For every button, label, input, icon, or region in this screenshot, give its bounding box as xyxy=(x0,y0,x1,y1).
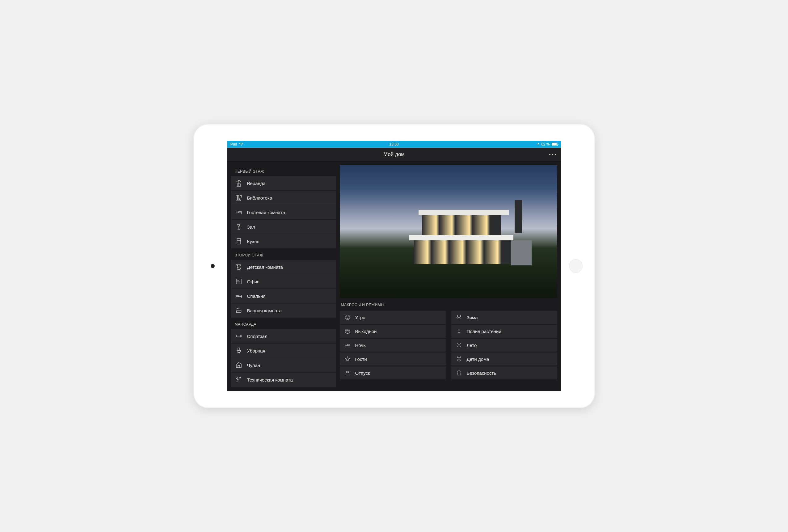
svg-point-12 xyxy=(345,315,350,320)
tools-icon xyxy=(235,376,243,384)
svg-point-19 xyxy=(456,317,457,318)
room-kitchen[interactable]: Кухня xyxy=(231,234,336,249)
macro-label: Полив растений xyxy=(467,329,501,334)
svg-rect-16 xyxy=(346,373,349,375)
nav-bar: Мой дом xyxy=(228,148,561,161)
macro-label: Ночь xyxy=(355,342,366,348)
toilet-icon xyxy=(235,347,243,355)
smile-icon xyxy=(344,314,351,321)
room-kids[interactable]: Детская комната xyxy=(231,260,336,274)
bed-icon xyxy=(344,342,351,349)
macro-watering[interactable]: Полив растений xyxy=(451,325,557,338)
device-home-button[interactable] xyxy=(569,259,583,273)
teddy-icon xyxy=(235,263,243,271)
room-label: Офис xyxy=(247,279,259,284)
status-bar: iPad 13:58 82 % xyxy=(228,141,561,148)
macro-label: Лето xyxy=(467,342,477,348)
svg-point-0 xyxy=(241,145,241,146)
macro-label: Выходной xyxy=(355,329,377,334)
room-label: Техническая комната xyxy=(247,377,293,382)
room-tech[interactable]: Техническая комната xyxy=(231,373,336,387)
room-hall[interactable]: Зал xyxy=(231,220,336,234)
lock-icon xyxy=(344,370,351,376)
bed-icon xyxy=(235,208,243,216)
svg-point-20 xyxy=(458,344,460,346)
section-header-floor2: ВТОРОЙ ЭТАЖ xyxy=(231,249,336,260)
svg-rect-5 xyxy=(238,195,239,200)
svg-rect-4 xyxy=(236,195,237,200)
room-gym[interactable]: Спортзал xyxy=(231,329,336,343)
svg-point-17 xyxy=(457,315,457,316)
macro-summer[interactable]: Лето xyxy=(451,339,557,352)
books-icon xyxy=(235,194,243,202)
room-toilet[interactable]: Уборная xyxy=(231,343,336,358)
svg-point-9 xyxy=(240,264,241,265)
svg-rect-2 xyxy=(552,143,557,145)
svg-point-14 xyxy=(348,317,349,317)
storage-icon xyxy=(235,361,243,369)
status-time: 13:58 xyxy=(389,142,398,146)
macro-label: Зима xyxy=(467,315,478,320)
star-icon xyxy=(344,356,351,362)
macro-night[interactable]: Ночь xyxy=(340,339,446,352)
room-bathroom[interactable]: Ванная комната xyxy=(231,303,336,318)
svg-point-13 xyxy=(347,317,347,317)
battery-icon xyxy=(552,143,558,146)
macro-label: Утро xyxy=(355,315,366,320)
rooms-sidebar: ПЕРВЫЙ ЭТАЖ Веранда Библиотека Гостевая … xyxy=(231,165,336,388)
macros-grid: Утро Выходной Ночь Гости xyxy=(340,311,557,380)
section-header-attic: МАНСАРДА xyxy=(231,318,336,329)
macro-label: Дети дома xyxy=(467,356,489,362)
dumbbell-icon xyxy=(235,332,243,340)
room-label: Кухня xyxy=(247,239,259,244)
svg-point-22 xyxy=(457,357,458,358)
svg-rect-6 xyxy=(237,238,241,244)
section-header-floor1: ПЕРВЫЙ ЭТАЖ xyxy=(231,165,336,176)
room-label: Веранда xyxy=(247,181,265,186)
macro-label: Отпуск xyxy=(355,370,370,376)
room-label: Зал xyxy=(247,224,255,230)
room-bedroom[interactable]: Спальня xyxy=(231,289,336,303)
location-icon xyxy=(536,143,539,146)
room-label: Библиотека xyxy=(247,195,273,200)
newspaper-icon xyxy=(235,277,243,285)
snow-icon xyxy=(456,314,462,321)
content-area: ПЕРВЫЙ ЭТАЖ Веранда Библиотека Гостевая … xyxy=(228,161,561,391)
macro-security[interactable]: Безопасность xyxy=(451,367,557,380)
room-storage[interactable]: Чулан xyxy=(231,358,336,373)
room-label: Уборная xyxy=(247,348,265,353)
room-guest[interactable]: Гостевая комната xyxy=(231,205,336,220)
more-button[interactable] xyxy=(549,154,556,155)
main-panel: МАКРОСЫ И РЕЖИМЫ Утро Выходной xyxy=(340,165,557,388)
macro-guests[interactable]: Гости xyxy=(340,353,446,366)
lamp-icon xyxy=(235,223,243,231)
macro-kids-home[interactable]: Дети дома xyxy=(451,353,557,366)
svg-rect-11 xyxy=(238,348,240,350)
room-library[interactable]: Библиотека xyxy=(231,191,336,205)
sun-icon xyxy=(456,342,462,349)
wifi-icon xyxy=(239,143,243,146)
macro-vacation[interactable]: Отпуск xyxy=(340,367,446,380)
macro-morning[interactable]: Утро xyxy=(340,311,446,324)
bed-icon xyxy=(235,292,243,300)
room-office[interactable]: Офис xyxy=(231,274,336,289)
svg-point-18 xyxy=(460,315,460,316)
macro-winter[interactable]: Зима xyxy=(451,311,557,324)
shield-icon xyxy=(456,370,462,376)
teddy-icon xyxy=(456,356,462,362)
room-label: Спортзал xyxy=(247,334,268,339)
svg-point-8 xyxy=(237,264,238,265)
svg-point-15 xyxy=(345,329,350,334)
room-veranda[interactable]: Веранда xyxy=(231,176,336,191)
plant-icon xyxy=(456,328,462,335)
macro-weekend[interactable]: Выходной xyxy=(340,325,446,338)
room-label: Ванная комната xyxy=(247,308,282,313)
patio-icon xyxy=(235,179,243,187)
room-label: Детская комната xyxy=(247,264,283,270)
macro-label: Безопасность xyxy=(467,370,496,376)
house-image xyxy=(340,165,557,298)
app-screen: iPad 13:58 82 % Мой дом xyxy=(228,141,561,391)
macro-label: Гости xyxy=(355,356,367,362)
tablet-frame: iPad 13:58 82 % Мой дом xyxy=(193,124,595,408)
fridge-icon xyxy=(235,237,243,245)
